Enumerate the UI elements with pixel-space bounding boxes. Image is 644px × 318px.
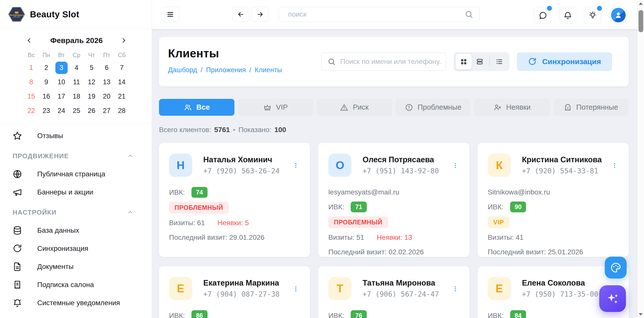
page-scrollbar[interactable]: [637, 0, 644, 318]
logo-row[interactable]: DesignSparx Beauty Slot: [0, 0, 152, 29]
view-grid-button[interactable]: [456, 54, 472, 69]
breadcrumb-clients-link[interactable]: Клиенты: [255, 66, 282, 74]
rows-view-icon: [476, 58, 484, 65]
filter-tab[interactable]: Потерянные: [553, 99, 629, 116]
sidebar-item[interactable]: Публичная страница: [0, 165, 152, 183]
sidebar-item[interactable]: Подписка салона: [0, 276, 152, 294]
calendar-day[interactable]: 2: [39, 61, 54, 75]
calendar-next-button[interactable]: [118, 35, 129, 46]
filter-tab-label: Риск: [353, 103, 369, 111]
calendar-day[interactable]: 10: [54, 75, 69, 89]
global-search-input[interactable]: [288, 10, 465, 18]
scrollbar-thumb[interactable]: [638, 10, 643, 32]
calendar-day[interactable]: 13: [99, 75, 114, 89]
client-menu-button[interactable]: [291, 283, 301, 295]
client-card[interactable]: ООлеся Потрясаева+7 (951) 143-92-80lesya…: [318, 143, 469, 257]
sidebar-item-label: Системные уведомления: [37, 299, 120, 307]
calendar-day[interactable]: 15: [24, 89, 39, 104]
calendar-day[interactable]: 16: [39, 89, 54, 104]
calendar-day[interactable]: 23: [39, 104, 54, 118]
client-menu-button[interactable]: [610, 160, 620, 172]
view-rows-button[interactable]: [472, 54, 488, 69]
page-header-card: Клиенты Дашборд / Приложения / Клиенты: [159, 37, 629, 86]
calendar-day[interactable]: 26: [84, 104, 99, 118]
client-ivk-row: ИВК:90: [488, 202, 619, 212]
nav-back-button[interactable]: [232, 7, 249, 22]
arrow-right-icon: [256, 11, 264, 18]
client-card[interactable]: ННаталья Хоминич+7 (920) 563-26-24ИВК:74…: [159, 143, 310, 257]
client-card[interactable]: ТТатьяна Миронова+7 (906) 567-24-47ИВК:7…: [318, 266, 469, 318]
client-search-input[interactable]: [340, 58, 441, 66]
client-email: lesyamesyats@mail.ru: [328, 187, 459, 197]
calendar-day[interactable]: 24: [54, 104, 69, 118]
calendar-day[interactable]: 5: [84, 61, 99, 75]
breadcrumb-dashboard-link[interactable]: Дашборд: [168, 66, 197, 74]
sidebar-section-header[interactable]: ПРОДВИЖЕНИЕ: [0, 147, 152, 165]
client-name: Екатерина Маркина: [203, 279, 279, 288]
sidebar-section-header[interactable]: НАСТРОЙКИ: [0, 203, 152, 221]
filter-tab[interactable]: Проблемные: [395, 99, 471, 116]
logo-mark-icon: [15, 12, 18, 14]
calendar-day[interactable]: 28: [114, 104, 129, 118]
sidebar-item[interactable]: Баннеры и акции: [0, 183, 152, 201]
filter-tab[interactable]: Неявки: [474, 99, 550, 116]
calendar-day[interactable]: 9: [39, 75, 54, 89]
kebab-menu-icon: [452, 286, 459, 292]
hamburger-menu-button[interactable]: [162, 7, 179, 22]
breadcrumb-apps-link[interactable]: Приложения: [206, 66, 246, 74]
scroll-down-arrow-icon[interactable]: [639, 313, 643, 315]
sidebar-item[interactable]: Синхронизация: [0, 240, 152, 258]
calendar-day[interactable]: 3: [54, 61, 69, 75]
calendar-day[interactable]: 20: [99, 89, 114, 104]
calendar-day[interactable]: 22: [24, 104, 39, 118]
calendar-day[interactable]: 19: [84, 89, 99, 104]
tips-notification-dot: [597, 6, 602, 11]
database-icon: [13, 226, 22, 235]
calendar-day[interactable]: 17: [54, 89, 69, 104]
sidebar-item[interactable]: Документы: [0, 258, 152, 276]
calendar-day[interactable]: 27: [99, 104, 114, 118]
notifications-button[interactable]: [559, 7, 576, 24]
client-menu-button[interactable]: [450, 160, 460, 172]
client-menu-button[interactable]: [291, 160, 301, 172]
calendar-day[interactable]: 21: [114, 89, 129, 104]
sparkles-icon: [606, 292, 619, 305]
client-card[interactable]: ККристина Ситникова+7 (920) 554-33-81Sit…: [478, 143, 629, 257]
calendar-day[interactable]: 14: [114, 75, 129, 89]
filter-tab[interactable]: Все: [159, 99, 234, 116]
nav-forward-button[interactable]: [252, 7, 269, 22]
logo-brand-text: DesignSparx: [9, 14, 24, 16]
theme-palette-button[interactable]: [605, 257, 627, 279]
calendar-day[interactable]: 8: [24, 75, 39, 89]
calendar-day[interactable]: 12: [84, 75, 99, 89]
sync-button[interactable]: Синхронизация: [517, 52, 612, 71]
calendar-day[interactable]: 6: [99, 61, 114, 75]
calendar-day[interactable]: 11: [69, 75, 84, 89]
filter-tab[interactable]: VIP: [238, 99, 313, 116]
client-avatar: Е: [488, 277, 511, 300]
sidebar-item[interactable]: База данных: [0, 221, 152, 240]
calendar-day[interactable]: 7: [114, 61, 129, 75]
calendar-day[interactable]: 4: [69, 61, 84, 75]
ai-assistant-button[interactable]: [599, 285, 626, 312]
calendar-day[interactable]: 1: [24, 61, 39, 75]
search-icon: [465, 10, 473, 19]
tips-button[interactable]: [584, 7, 601, 24]
chevron-up-icon: [127, 153, 134, 159]
global-search: [279, 7, 479, 22]
client-avatar: О: [328, 154, 351, 177]
chat-button[interactable]: [534, 7, 551, 24]
client-menu-button[interactable]: [450, 283, 460, 295]
scroll-up-arrow-icon[interactable]: [639, 3, 643, 5]
user-avatar-button[interactable]: [609, 6, 627, 24]
view-list-button[interactable]: [491, 54, 507, 69]
sidebar-item[interactable]: Системные уведомления: [0, 294, 152, 312]
sidebar-item[interactable]: Отзывы: [0, 127, 152, 145]
calendar-prev-button[interactable]: [24, 35, 35, 46]
client-card[interactable]: ЕЕкатерина Маркина+7 (904) 087-27-38ИВК:…: [159, 266, 310, 318]
grid-view-icon: [460, 58, 467, 65]
filter-tab[interactable]: Риск: [317, 99, 392, 116]
calendar-day[interactable]: 25: [69, 104, 84, 118]
user-icon: [614, 11, 623, 19]
calendar-day[interactable]: 18: [69, 89, 84, 104]
